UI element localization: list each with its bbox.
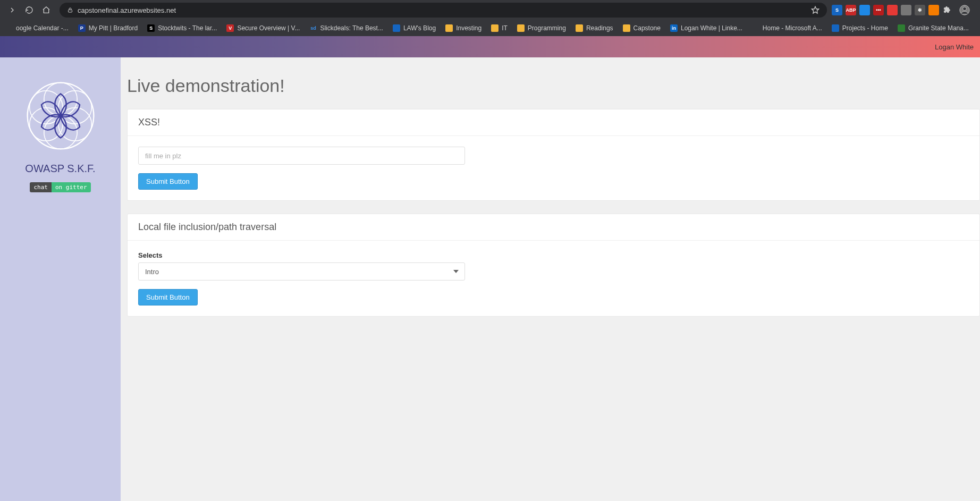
bookmark-favicon-icon [576, 24, 583, 32]
lfi-submit-button[interactable]: Submit Button [138, 289, 198, 305]
bookmark-label: IT [502, 24, 508, 32]
extension-icon[interactable]: ✻ [915, 5, 925, 15]
bookmark-item[interactable]: Granite State Mana... [898, 24, 969, 32]
chat-badge-right: on gitter [52, 182, 91, 192]
bookmark-item[interactable]: Home - Microsoft A... [752, 24, 822, 32]
lfi-select[interactable]: Intro [138, 262, 465, 281]
bookmark-favicon-icon: V [226, 24, 234, 32]
bookmark-favicon-icon: P [78, 24, 86, 32]
lfi-select-label: Selects [138, 251, 969, 259]
lock-icon [67, 7, 73, 13]
url-text: capstonefinal.azurewebsites.net [78, 6, 811, 14]
bookmark-favicon-icon: sd [309, 24, 317, 32]
main-content: Live demonstration! XSS! Submit Button L… [121, 57, 980, 501]
bookmark-item[interactable]: VSecure Overview | V... [226, 24, 300, 32]
bookmark-favicon-icon [623, 24, 630, 32]
bookmark-item[interactable]: oogle Calendar -... [5, 24, 69, 32]
toolbar-extensions: SABP•••✻ [830, 5, 941, 15]
bookmark-favicon-icon [5, 24, 13, 32]
bookmark-label: Secure Overview | V... [237, 24, 300, 32]
bookmark-star-icon[interactable] [811, 6, 820, 14]
app-logo [18, 73, 103, 158]
page-title: Live demonstration! [127, 75, 980, 96]
chat-badge-link[interactable]: chat on gitter [30, 182, 90, 192]
bookmark-label: LAW's Blog [403, 24, 436, 32]
bookmark-label: Capstone [633, 24, 661, 32]
bookmark-label: oogle Calendar -... [16, 24, 69, 32]
banner-user-name: Logan White [935, 43, 974, 51]
panel-lfi: Local file inclusion/path traversal Sele… [127, 214, 980, 317]
bookmark-item[interactable]: PMy Pitt | Bradford [78, 24, 138, 32]
sidebar: OWASP S.K.F. chat on gitter [0, 57, 121, 501]
bookmark-label: Programming [528, 24, 566, 32]
bookmark-item[interactable]: Programming [517, 24, 566, 32]
bookmark-item[interactable]: Readings [576, 24, 613, 32]
forward-button[interactable] [5, 3, 19, 17]
xss-submit-button[interactable]: Submit Button [138, 173, 198, 190]
profile-avatar-icon[interactable] [958, 3, 971, 17]
extension-icon[interactable] [859, 5, 870, 15]
bookmark-label: Granite State Mana... [908, 24, 969, 32]
bookmark-label: Slickdeals: The Best... [320, 24, 383, 32]
panel-lfi-title: Local file inclusion/path traversal [128, 214, 979, 241]
bookmark-favicon-icon [393, 24, 400, 32]
panel-xss: XSS! Submit Button [127, 109, 980, 201]
bookmark-item[interactable]: Investing [445, 24, 481, 32]
extension-icon[interactable]: S [832, 5, 842, 15]
bookmark-favicon-icon [898, 24, 905, 32]
chat-badge-left: chat [30, 182, 52, 192]
bookmark-label: Logan White | Linke... [681, 24, 742, 32]
extension-icon[interactable] [887, 5, 898, 15]
bookmark-item[interactable]: IT [491, 24, 508, 32]
svg-point-3 [963, 7, 967, 11]
app-title: OWASP S.K.F. [25, 163, 95, 175]
bookmark-favicon-icon [752, 24, 759, 32]
bookmark-label: My Pitt | Bradford [89, 24, 138, 32]
bookmark-item[interactable]: Capstone [623, 24, 661, 32]
bookmarks-bar: oogle Calendar -...PMy Pitt | BradfordSS… [0, 20, 980, 36]
bookmark-item[interactable]: Projects - Home [832, 24, 888, 32]
bookmark-favicon-icon: S [147, 24, 155, 32]
bookmark-label: Stocktwits - The lar... [158, 24, 217, 32]
bookmark-favicon-icon [517, 24, 525, 32]
bookmark-item[interactable]: LAW's Blog [393, 24, 436, 32]
svg-rect-0 [69, 10, 72, 13]
bookmark-item[interactable]: sdSlickdeals: The Best... [309, 24, 383, 32]
extensions-menu-icon[interactable] [941, 3, 954, 17]
extension-icon[interactable] [928, 5, 939, 15]
bookmark-label: Investing [456, 24, 481, 32]
top-banner: Logan White [0, 36, 980, 57]
bookmark-favicon-icon [445, 24, 453, 32]
extension-icon[interactable]: ••• [873, 5, 884, 15]
bookmark-item[interactable]: SStocktwits - The lar... [147, 24, 217, 32]
browser-toolbar: capstonefinal.azurewebsites.net SABP•••✻ [0, 0, 980, 20]
home-button[interactable] [39, 3, 53, 17]
bookmark-label: Home - Microsoft A... [763, 24, 822, 32]
bookmark-item[interactable]: inLogan White | Linke... [670, 24, 742, 32]
bookmark-favicon-icon [491, 24, 499, 32]
bookmark-favicon-icon [832, 24, 839, 32]
bookmark-label: Projects - Home [842, 24, 888, 32]
panel-xss-title: XSS! [128, 109, 979, 136]
bookmark-favicon-icon: in [670, 24, 678, 32]
page-viewport: Logan White [0, 36, 980, 501]
xss-input[interactable] [138, 147, 465, 165]
svg-marker-1 [812, 6, 818, 13]
extension-icon[interactable]: ABP [846, 5, 856, 15]
bookmark-label: Readings [586, 24, 613, 32]
url-bar[interactable]: capstonefinal.azurewebsites.net [60, 3, 827, 18]
extension-icon[interactable] [901, 5, 911, 15]
reload-button[interactable] [22, 3, 36, 17]
